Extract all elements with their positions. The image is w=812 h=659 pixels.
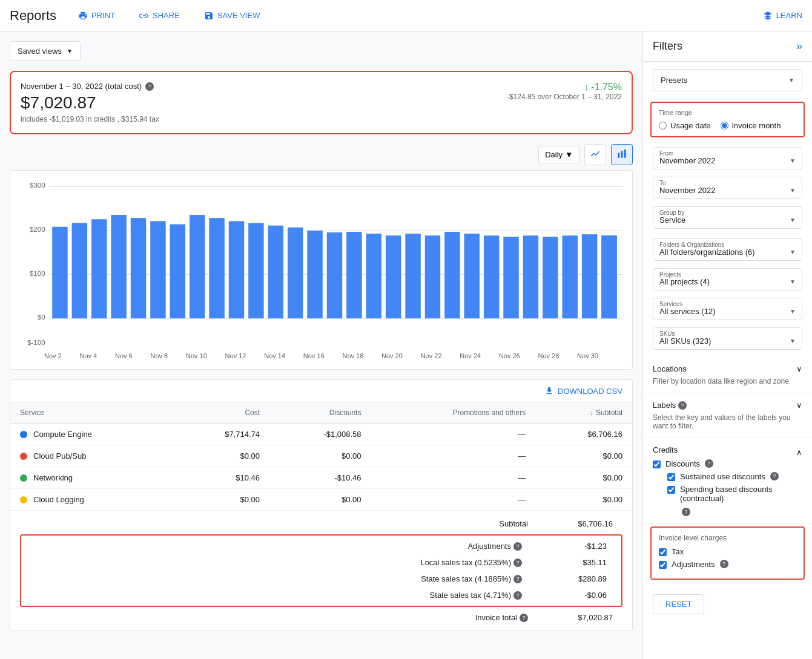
presets-dropdown[interactable]: Presets ▼ <box>653 69 802 91</box>
folders-dropdown[interactable]: Folders & Organizations All folders/orga… <box>653 238 802 261</box>
usage-date-option[interactable]: Usage date <box>659 121 711 130</box>
svg-rect-26 <box>327 232 342 318</box>
from-arrow-icon: ▼ <box>790 157 796 164</box>
tax-checkbox[interactable] <box>659 548 667 556</box>
credits-collapse-icon: ∧ <box>796 448 802 457</box>
total-row: Invoice total ? $7,020.87 <box>20 609 622 626</box>
labels-help-icon[interactable]: ? <box>678 401 687 410</box>
services-label: Services <box>659 301 682 307</box>
locations-header[interactable]: Locations ∨ <box>653 364 802 373</box>
services-dropdown[interactable]: Services All services (12) ▼ <box>653 298 802 320</box>
sustained-use-label: Sustained use discounts <box>680 472 765 481</box>
col-discounts: Discounts <box>269 402 371 424</box>
local-tax-label: Local sales tax (0.5235%) ? <box>420 558 546 567</box>
adjustments-checkbox[interactable] <box>659 561 667 569</box>
svg-rect-13 <box>72 223 87 319</box>
local-tax-help-icon[interactable]: ? <box>513 559 522 567</box>
discounts-help-icon[interactable]: ? <box>705 459 713 468</box>
state-tax-value: $280.89 <box>546 574 607 583</box>
services-section: Services All services (12) ▼ <box>643 295 812 325</box>
state-tax2-value: -$0.06 <box>546 591 607 600</box>
locations-collapse-icon: ∨ <box>796 364 802 373</box>
saved-views-button[interactable]: Saved views ▼ <box>10 41 81 61</box>
svg-text:$0: $0 <box>38 314 45 321</box>
logging-cost: $0.00 <box>173 489 269 511</box>
sustained-use-checkbox[interactable] <box>667 473 675 481</box>
reset-label: RESET <box>665 600 692 609</box>
filters-collapse-button[interactable]: » <box>796 40 802 53</box>
pubsub-dot <box>20 453 27 460</box>
learn-label: LEARN <box>776 11 802 20</box>
pubsub-name: Cloud Pub/Sub <box>33 451 86 461</box>
bar-chart-button[interactable] <box>611 144 633 165</box>
print-button[interactable]: PRINT <box>71 7 122 24</box>
svg-rect-16 <box>131 218 146 318</box>
table-row: Networking $10.46 -$10.46 — $0.00 <box>10 467 632 489</box>
projects-dropdown[interactable]: Projects All projects (4) ▼ <box>653 268 802 290</box>
discounts-label: Discounts <box>665 459 700 468</box>
folders-section: Folders & Organizations All folders/orga… <box>643 236 812 266</box>
line-chart-button[interactable] <box>584 144 606 165</box>
filters-panel: Filters » Presets ▼ Time range Usage dat… <box>642 31 812 659</box>
subtotal-value: $6,706.16 <box>552 519 613 528</box>
svg-rect-24 <box>288 228 303 318</box>
usage-date-radio[interactable] <box>659 122 667 130</box>
learn-button[interactable]: LEARN <box>763 11 802 21</box>
spending-based-checkbox[interactable] <box>667 486 675 494</box>
sustained-use-row: Sustained use discounts ? <box>667 472 802 481</box>
adjustments-label: Adjustments <box>672 560 715 569</box>
total-help-icon[interactable]: ? <box>520 614 528 622</box>
from-dropdown[interactable]: From November 2022 ▼ <box>653 147 802 169</box>
labels-desc: Select the key and values of the labels … <box>653 413 802 430</box>
share-button[interactable]: SHARE <box>132 7 187 24</box>
svg-rect-41 <box>601 235 616 318</box>
svg-rect-37 <box>543 237 558 318</box>
credits-section: Credits ∧ Discounts ? Sustained use disc… <box>643 438 812 524</box>
credits-header: Credits ∧ <box>653 445 802 459</box>
networking-cost: $10.46 <box>173 467 269 489</box>
spending-based-help-icon[interactable]: ? <box>682 508 690 516</box>
svg-text:$100: $100 <box>30 270 45 277</box>
daily-arrow-icon: ▼ <box>565 150 573 159</box>
discounts-checkbox[interactable] <box>653 461 661 468</box>
invoice-month-option[interactable]: Invoice month <box>721 121 781 130</box>
projects-arrow-icon: ▼ <box>790 278 796 285</box>
networking-subtotal: $0.00 <box>535 467 632 489</box>
download-csv-button[interactable]: DOWNLOAD CSV <box>544 386 622 396</box>
save-view-button[interactable]: SAVE VIEW <box>197 7 268 24</box>
skus-dropdown[interactable]: SKUs All SKUs (323) ▼ <box>653 327 802 350</box>
to-dropdown[interactable]: To November 2022 ▼ <box>653 177 802 199</box>
local-tax-row: Local sales tax (0.5235%) ? $35.11 <box>26 554 616 571</box>
cost-right: ↓ -1.75% -$124.85 over October 1 – 31, 2… <box>483 82 622 101</box>
labels-header[interactable]: Labels ? ∨ <box>653 401 802 410</box>
adjustments-help-icon[interactable]: ? <box>513 542 522 551</box>
adjustments-help-icon[interactable]: ? <box>720 560 728 568</box>
cost-table: Service Cost Discounts Promotions and ot… <box>10 402 632 511</box>
daily-view-button[interactable]: Daily ▼ <box>538 146 579 163</box>
compute-subtotal: $6,706.16 <box>535 424 632 445</box>
group-by-dropdown[interactable]: Group by Service ▼ <box>653 206 802 229</box>
networking-discounts: -$10.46 <box>269 467 371 489</box>
svg-rect-23 <box>268 226 283 318</box>
reset-button[interactable]: RESET <box>653 594 704 614</box>
skus-value: All SKUs (323) <box>659 336 711 346</box>
adjustments-checkbox-row: Adjustments ? <box>659 560 796 569</box>
invoice-month-radio[interactable] <box>721 122 728 130</box>
svg-rect-18 <box>170 225 185 319</box>
pubsub-promotions: — <box>371 445 536 467</box>
logging-subtotal: $0.00 <box>535 489 632 511</box>
svg-rect-19 <box>190 215 205 318</box>
state-tax-help-icon[interactable]: ? <box>513 575 522 583</box>
cost-change-detail: -$124.85 over October 1 – 31, 2022 <box>507 93 622 101</box>
state-tax2-help-icon[interactable]: ? <box>513 591 522 600</box>
saved-views-arrow-icon: ▼ <box>67 48 73 54</box>
time-range-radio-group: Usage date Invoice month <box>659 121 796 130</box>
svg-text:$200: $200 <box>30 226 45 233</box>
cost-period-help-icon[interactable]: ? <box>145 82 154 91</box>
skus-arrow-icon: ▼ <box>790 338 796 344</box>
data-table: DOWNLOAD CSV Service Cost Discounts Prom… <box>10 379 633 631</box>
adjustments-row: Adjustments ? -$1.23 <box>26 538 616 554</box>
state-tax-row: State sales tax (4.1885%) ? $280.89 <box>26 571 616 587</box>
sustained-use-help-icon[interactable]: ? <box>770 472 779 480</box>
locations-section: Locations ∨ Filter by location data like… <box>643 357 812 393</box>
